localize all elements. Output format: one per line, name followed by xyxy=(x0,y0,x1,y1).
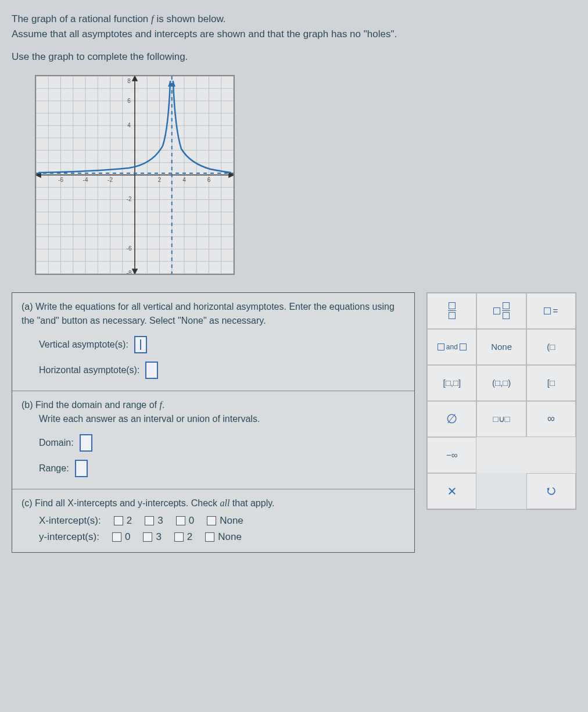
part-b: (b) Find the domain and range of f. Writ… xyxy=(12,391,414,489)
svg-text:2: 2 xyxy=(158,177,162,183)
vertical-asymptote-label: Vertical asymptote(s): xyxy=(39,339,128,350)
part-b-textb: . xyxy=(162,400,164,410)
palette-mixed-fraction[interactable] xyxy=(476,293,526,329)
x-opt-0[interactable]: 2 xyxy=(114,515,132,527)
question-box: (a) Write the equations for all vertical… xyxy=(12,292,415,553)
svg-text:8: 8 xyxy=(127,78,131,84)
palette-neg-infinity[interactable]: −∞ xyxy=(427,437,476,473)
problem-intro: The graph of a rational function f is sh… xyxy=(12,12,576,65)
part-c-texta: Find all X-intercepts and y-intercepts. … xyxy=(35,498,220,508)
x-opt-3[interactable]: None xyxy=(207,515,243,527)
part-c: (c) Find all X-intercepts and y-intercep… xyxy=(12,489,414,552)
graph-container: -6-4-2 246 64-2-6 -88 xyxy=(35,75,553,275)
range-label: Range: xyxy=(39,463,69,474)
function-graph: -6-4-2 246 64-2-6 -88 xyxy=(35,75,235,275)
part-b-label: (b) xyxy=(21,400,33,410)
symbol-palette: □== and None (□ [□,□] (□,□) [□ ∅ □∪□ ∞ −… xyxy=(426,292,576,510)
intro-line1a: The graph of a rational function xyxy=(12,13,151,24)
part-c-textb: that apply. xyxy=(230,498,274,508)
svg-text:6: 6 xyxy=(127,98,131,104)
undo-icon xyxy=(546,486,556,496)
y-opt-1[interactable]: 3 xyxy=(143,531,161,543)
palette-half-interval[interactable]: [□ xyxy=(526,365,576,401)
part-a: (a) Write the equations for all vertical… xyxy=(12,293,414,391)
part-a-label: (a) xyxy=(21,302,33,312)
horizontal-asymptote-label: Horizontal asymptote(s): xyxy=(39,365,139,375)
svg-text:-2: -2 xyxy=(127,196,132,202)
part-b-texta: Find the domain and range of xyxy=(35,400,159,410)
y-opt-0[interactable]: 0 xyxy=(112,531,130,543)
x-opt-2[interactable]: 0 xyxy=(176,515,194,527)
svg-text:-6: -6 xyxy=(127,245,132,252)
palette-fraction[interactable] xyxy=(427,293,476,329)
intro-line2: Assume that all asymptotes and intercept… xyxy=(12,28,397,40)
palette-clear-button[interactable] xyxy=(427,473,476,509)
svg-text:-8: -8 xyxy=(127,270,132,274)
range-input[interactable] xyxy=(75,460,88,477)
svg-text:-6: -6 xyxy=(58,177,63,183)
part-b-sub: Write each answer as an interval or unio… xyxy=(39,414,260,424)
svg-marker-36 xyxy=(132,76,137,81)
intro-line1b: is shown below. xyxy=(154,13,226,24)
svg-text:6: 6 xyxy=(207,177,211,183)
svg-text:4: 4 xyxy=(127,122,131,128)
x-intercept-label: X-intercept(s): xyxy=(39,515,101,527)
domain-input[interactable] xyxy=(80,434,92,452)
palette-infinity[interactable]: ∞ xyxy=(526,401,576,437)
y-intercept-label: y-intercept(s): xyxy=(39,531,99,543)
y-opt-2[interactable]: 2 xyxy=(174,531,192,543)
horizontal-asymptote-input[interactable] xyxy=(145,362,158,379)
palette-open-paren[interactable]: (□ xyxy=(526,329,576,365)
part-a-text: Write the equations for all vertical and… xyxy=(21,302,395,325)
y-opt-3[interactable]: None xyxy=(205,531,242,543)
svg-text:4: 4 xyxy=(182,177,186,183)
part-c-all: all xyxy=(220,498,230,508)
svg-text:-2: -2 xyxy=(107,177,113,183)
svg-text:-4: -4 xyxy=(83,177,88,183)
intro-line3: Use the graph to complete the following. xyxy=(12,51,188,62)
palette-open-interval[interactable]: (□,□) xyxy=(476,365,526,401)
palette-and[interactable]: and xyxy=(427,329,476,365)
svg-marker-37 xyxy=(132,269,137,274)
x-opt-1[interactable]: 3 xyxy=(145,515,163,527)
part-c-label: (c) xyxy=(21,498,33,508)
palette-closed-interval[interactable]: [□,□] xyxy=(427,365,476,401)
palette-undo-button[interactable] xyxy=(526,473,576,509)
vertical-asymptote-input[interactable] xyxy=(134,336,147,353)
domain-label: Domain: xyxy=(39,438,74,448)
close-icon xyxy=(447,486,457,496)
palette-equals[interactable]: □== xyxy=(526,293,576,329)
palette-empty-set[interactable]: ∅ xyxy=(427,401,476,437)
palette-none[interactable]: None xyxy=(476,329,526,365)
palette-union[interactable]: □∪□ xyxy=(476,401,526,437)
